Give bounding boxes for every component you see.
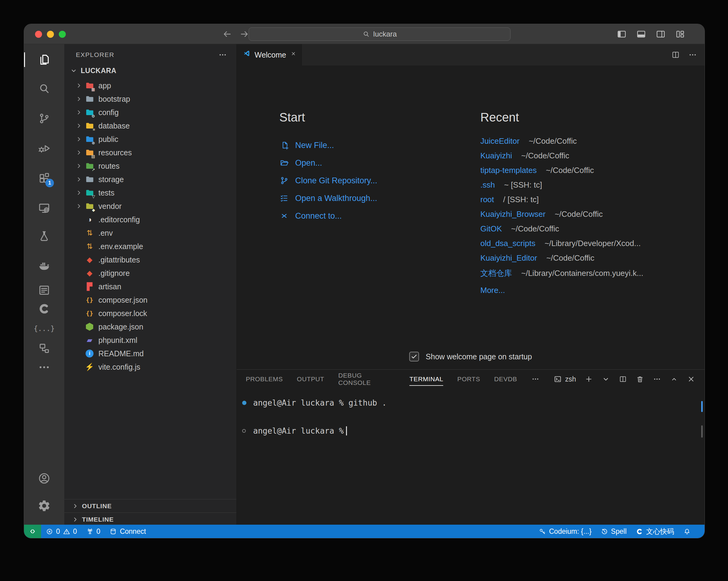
tree-item-app[interactable]: ▦app [64, 79, 236, 92]
launch-profile-icon[interactable] [602, 375, 610, 384]
tree-item-artisan[interactable]: ▛artisan [64, 280, 236, 293]
split-editor-icon[interactable] [671, 50, 680, 59]
tree-item--gitattributes[interactable]: ◆.gitattributes [64, 253, 236, 266]
activity-item-explorer[interactable] [37, 52, 51, 67]
tree-item--env-example[interactable]: ⇅.env.example [64, 240, 236, 253]
tree-item-bootstrap[interactable]: bootstrap [64, 92, 236, 106]
tree-item-vite-config-js[interactable]: ⚡vite.config.js [64, 360, 236, 374]
maximize-panel-icon[interactable] [670, 375, 678, 384]
toggle-panel-icon[interactable] [636, 29, 647, 39]
activity-item-settings[interactable] [37, 499, 51, 513]
activity-item-testing[interactable] [37, 229, 51, 244]
panel-tab-ports[interactable]: PORTS [457, 370, 480, 389]
panel-tab-output[interactable]: OUTPUT [297, 370, 324, 389]
recent-workspace-link[interactable]: root [480, 195, 494, 204]
tree-item--editorconfig[interactable]: ◑.editorconfig [64, 213, 236, 226]
tree-item-composer-json[interactable]: {}composer.json [64, 293, 236, 307]
tree-item-storage[interactable]: storage [64, 173, 236, 186]
command-center-search[interactable]: luckara [249, 27, 511, 41]
activity-item-codeium[interactable] [37, 301, 51, 316]
tree-item-composer-lock[interactable]: {}composer.lock [64, 307, 236, 320]
tree-item-package-json[interactable]: package.json [64, 320, 236, 334]
back-icon[interactable] [222, 29, 232, 39]
status-item-wenxin-kuaima[interactable]: 文心快码 [631, 525, 679, 538]
panel-tab-devdb[interactable]: DEVDB [494, 370, 517, 389]
close-window-button[interactable] [35, 31, 42, 38]
tree-item-readme-md[interactable]: iREADME.md [64, 347, 236, 360]
panel-tab-terminal[interactable]: TERMINAL [409, 370, 443, 389]
more-actions-icon[interactable] [653, 375, 661, 384]
activity-item-run-debug[interactable] [37, 141, 51, 156]
outline-section-header[interactable]: OUTLINE [64, 499, 236, 512]
recent-more-link[interactable]: More... [480, 286, 505, 295]
activity-item-extensions[interactable]: 1 [37, 171, 51, 185]
tree-item-tests[interactable]: ▽tests [64, 186, 236, 200]
status-item-ports-forwarded[interactable]: 0 [82, 525, 105, 538]
recent-workspace-link[interactable]: .ssh [480, 180, 495, 190]
terminal-scrollbar-thumb[interactable] [701, 425, 703, 438]
activity-item-braces[interactable]: {...} [37, 321, 51, 336]
tab-welcome[interactable]: Welcome [237, 44, 302, 65]
startup-checkbox[interactable] [409, 352, 419, 362]
forward-icon[interactable] [239, 29, 250, 39]
kill-terminal-icon[interactable] [636, 375, 644, 384]
tree-item-phpunit-xml[interactable]: ▰phpunit.xml [64, 334, 236, 347]
tree-item-vendor[interactable]: ◆vendor [64, 200, 236, 213]
tree-item-config[interactable]: ⚙config [64, 106, 236, 119]
terminal-content[interactable]: angel@Air luckara % github .angel@Air lu… [237, 389, 705, 525]
timeline-section-header[interactable]: TIMELINE [64, 512, 236, 526]
panel-tab-problems[interactable]: PROBLEMS [246, 370, 283, 389]
recent-workspace-link[interactable]: old_dsa_scripts [480, 239, 536, 248]
activity-item-linked-editors[interactable] [37, 341, 51, 356]
tree-item-routes[interactable]: ↗routes [64, 159, 236, 173]
activity-item-more-views[interactable] [37, 360, 51, 374]
start-link-git-branch[interactable]: Clone Git Repository... [279, 172, 378, 189]
recent-workspace-link[interactable]: Kuaiyizhi_Editor [480, 253, 537, 263]
customize-layout-icon[interactable] [675, 29, 686, 39]
status-item-codeium-status[interactable]: Codeium: {...} [534, 525, 596, 538]
activity-item-output-list[interactable] [37, 283, 51, 297]
new-terminal-icon[interactable] [584, 375, 593, 384]
zoom-window-button[interactable] [59, 31, 66, 38]
explorer-more-actions-icon[interactable] [218, 50, 227, 59]
panel-tab-debug-console[interactable]: DEBUG CONSOLE [338, 370, 395, 389]
panel-tabs-overflow-icon[interactable] [531, 375, 540, 384]
recent-workspace-link[interactable]: tiptap-templates [480, 166, 537, 175]
start-link-new-file[interactable]: New File... [279, 136, 378, 154]
tree-root-luckara[interactable]: LUCKARA [64, 64, 236, 78]
remote-indicator[interactable] [24, 525, 41, 538]
chevron-right-icon [72, 516, 79, 523]
activity-item-account[interactable] [37, 471, 51, 486]
tree-item-database[interactable]: ≡database [64, 119, 236, 132]
recent-workspace-link[interactable]: JuiceEditor [480, 136, 520, 146]
recent-workspace-link[interactable]: 文档仓库 [480, 268, 512, 279]
status-item-db-connect[interactable]: Connect [105, 525, 151, 538]
tree-item--env[interactable]: ⇅.env [64, 226, 236, 240]
activity-item-docker[interactable] [37, 258, 51, 272]
status-item-spell-checker[interactable]: Spell [596, 525, 631, 538]
start-link-remote-connect[interactable]: Connect to... [279, 207, 378, 225]
close-tab-icon[interactable] [291, 51, 296, 59]
terminal-shell-selector[interactable]: zsh [553, 375, 576, 384]
toggle-secondary-sidebar-icon[interactable] [655, 29, 666, 39]
tree-item-resources[interactable]: ▤resources [64, 146, 236, 159]
recent-workspace-link[interactable]: Kuaiyizhi_Browser [480, 210, 546, 219]
start-link-walkthrough[interactable]: Open a Walkthrough... [279, 189, 378, 207]
split-terminal-icon[interactable] [619, 375, 627, 384]
status-item-notifications[interactable] [679, 525, 695, 538]
status-item-problems[interactable]: 00 [41, 525, 82, 538]
tree-item-public[interactable]: ⊕public [64, 132, 236, 146]
activity-item-remote-explorer[interactable] [37, 201, 51, 215]
recent-workspace-link[interactable]: GitOK [480, 224, 502, 234]
start-link-open-folder[interactable]: Open... [279, 154, 378, 172]
minimize-window-button[interactable] [47, 31, 54, 38]
chevron-right-icon [72, 502, 79, 510]
toggle-primary-sidebar-icon[interactable] [616, 29, 627, 39]
activity-item-source-control[interactable] [37, 111, 51, 126]
close-panel-icon[interactable] [687, 375, 695, 384]
activity-item-search[interactable] [37, 81, 51, 96]
tree-item--gitignore[interactable]: ◆.gitignore [64, 266, 236, 280]
editor-more-actions-icon[interactable] [688, 50, 697, 59]
recent-workspace-link[interactable]: Kuaiyizhi [480, 151, 512, 160]
tree-item-label: .env [98, 229, 113, 238]
